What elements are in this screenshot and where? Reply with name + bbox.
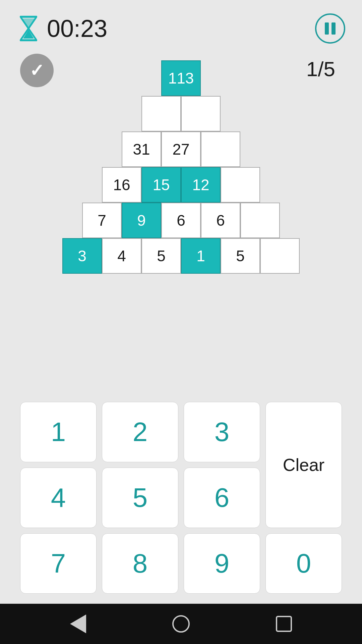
pause-icon [325,22,336,35]
home-icon [172,615,190,633]
pyramid-row-2 [141,96,221,131]
cell-r6-c2[interactable]: 4 [102,238,141,274]
pyramid-row-4: 16 15 12 [102,167,260,203]
cell-r3-c2[interactable]: 27 [161,131,201,167]
svg-rect-1 [20,39,37,41]
cell-r4-c4[interactable] [221,167,260,203]
header: 00:23 [0,0,362,50]
cell-r3-c1[interactable]: 31 [122,131,161,167]
clear-button[interactable]: Clear [265,402,342,528]
svg-rect-0 [20,16,37,18]
pyramid-row-6: 3 4 5 1 5 [62,238,300,274]
pyramid-row-5: 7 9 6 6 [82,203,280,238]
cell-r5-c4[interactable]: 6 [201,203,240,238]
num-button-7[interactable]: 7 [20,533,97,594]
pyramid-row-3: 31 27 [122,131,240,167]
num-button-6[interactable]: 6 [184,468,260,528]
checkmark-button[interactable]: ✓ [20,54,54,87]
cell-r6-c3[interactable]: 5 [141,238,181,274]
cell-r1-c1[interactable]: 113 [161,60,201,96]
recents-icon [276,616,292,632]
back-icon [70,614,86,633]
nav-back-button[interactable] [70,614,86,633]
game-area: ✓ 1/5 113 31 27 16 15 12 7 [0,50,362,392]
cell-r5-c5[interactable] [240,203,280,238]
cell-r6-c6[interactable] [260,238,300,274]
numpad: 1 2 3 Clear 4 5 6 7 8 9 0 [0,392,362,604]
progress-indicator: 1/5 [306,57,335,81]
cell-r2-c2[interactable] [181,96,221,131]
nav-recents-button[interactable] [276,616,292,632]
pyramid-row-1: 113 [161,60,201,96]
cell-r6-c1[interactable]: 3 [62,238,102,274]
nav-home-button[interactable] [172,615,190,633]
num-button-5[interactable]: 5 [102,468,178,528]
check-icon: ✓ [29,62,44,79]
bottom-navigation [0,604,362,644]
timer-area: 00:23 [17,15,107,42]
pyramid: 113 31 27 16 15 12 7 9 6 6 [62,60,300,274]
cell-r6-c5[interactable]: 5 [221,238,260,274]
cell-r4-c2[interactable]: 15 [141,167,181,203]
cell-r4-c1[interactable]: 16 [102,167,141,203]
hourglass-icon [17,15,40,42]
pause-button[interactable] [315,13,345,44]
cell-r3-c3[interactable] [201,131,240,167]
cell-r5-c1[interactable]: 7 [82,203,122,238]
num-button-8[interactable]: 8 [102,533,178,594]
cell-r6-c4[interactable]: 1 [181,238,221,274]
num-button-0[interactable]: 0 [265,533,342,594]
num-button-1[interactable]: 1 [20,402,97,462]
timer-display: 00:23 [47,15,107,42]
cell-r2-c1[interactable] [141,96,181,131]
num-button-9[interactable]: 9 [184,533,260,594]
num-button-2[interactable]: 2 [102,402,178,462]
num-button-4[interactable]: 4 [20,468,97,528]
cell-r5-c2[interactable]: 9 [122,203,161,238]
num-button-3[interactable]: 3 [184,402,260,462]
cell-r4-c3[interactable]: 12 [181,167,221,203]
cell-r5-c3[interactable]: 6 [161,203,201,238]
